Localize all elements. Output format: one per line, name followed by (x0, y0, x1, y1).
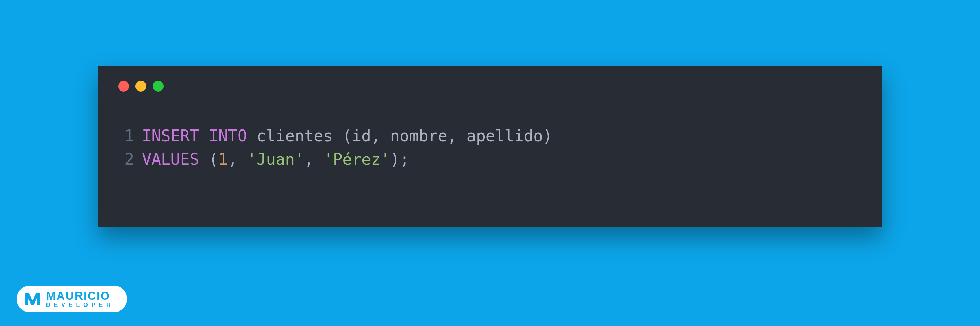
comma: , (371, 126, 381, 145)
close-icon (118, 81, 129, 92)
badge-title: MAURICIO (46, 290, 114, 302)
badge-subtitle: DEVELOPER (46, 302, 114, 308)
badge-text: MAURICIO DEVELOPER (46, 290, 114, 308)
open-paren: ( (342, 126, 352, 145)
open-paren: ( (208, 150, 218, 168)
code-line-1: 1INSERT INTO clientes (id, nombre, apell… (118, 124, 882, 147)
value-number: 1 (218, 150, 228, 168)
column-nombre: nombre (390, 126, 447, 145)
traffic-lights (98, 66, 882, 92)
comma: , (304, 150, 314, 168)
keyword-values: VALUES (142, 150, 199, 168)
line-number: 1 (118, 124, 134, 147)
column-id: id (352, 126, 371, 145)
column-apellido: apellido (466, 126, 543, 145)
close-paren: ) (390, 150, 400, 168)
value-string: 'Pérez' (323, 150, 390, 168)
comma: , (228, 150, 237, 168)
comma: , (447, 126, 457, 145)
keyword-into: INTO (208, 126, 247, 145)
line-number: 2 (118, 147, 134, 171)
author-badge: MAURICIO DEVELOPER (17, 286, 127, 312)
value-string: 'Juan' (247, 150, 304, 168)
maximize-icon (153, 81, 164, 92)
code-block: 1INSERT INTO clientes (id, nombre, apell… (98, 92, 882, 171)
code-window: 1INSERT INTO clientes (id, nombre, apell… (98, 66, 882, 227)
close-paren: ) (543, 126, 553, 145)
logo-icon (24, 290, 41, 308)
keyword-insert: INSERT (142, 126, 199, 145)
minimize-icon (135, 81, 146, 92)
semicolon: ; (399, 150, 409, 168)
table-name: clientes (256, 126, 333, 145)
code-line-2: 2VALUES (1, 'Juan', 'Pérez'); (118, 147, 882, 171)
